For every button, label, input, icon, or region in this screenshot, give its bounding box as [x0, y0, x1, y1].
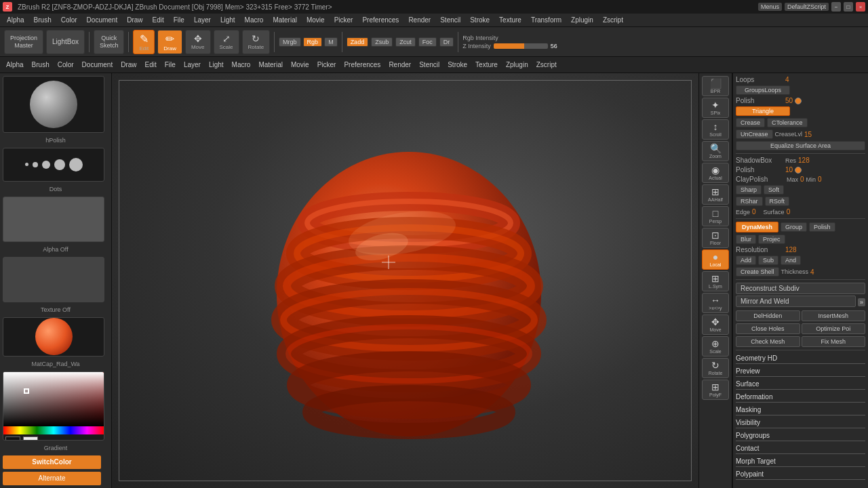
transform-light[interactable]: Light	[207, 61, 226, 68]
scale-strip-btn[interactable]: ⊕ Scale	[702, 336, 729, 357]
deformation-header[interactable]: Deformation	[736, 392, 865, 403]
m-btn[interactable]: M	[324, 37, 338, 47]
menu-texture[interactable]: Texture	[495, 16, 526, 24]
transform-render[interactable]: Render	[387, 61, 413, 68]
menu-zscript[interactable]: Zscript	[599, 16, 627, 24]
persp-btn[interactable]: □ Persp	[702, 206, 729, 226]
menu-transform[interactable]: Transform	[527, 16, 566, 24]
foc-btn[interactable]: Foc	[418, 37, 437, 47]
aahalf-btn[interactable]: ⊞ AAHalf	[702, 184, 729, 205]
group-btn[interactable]: Group	[781, 222, 807, 232]
alternate-btn[interactable]: Alternate	[3, 472, 101, 485]
menu-light[interactable]: Light	[216, 16, 239, 24]
move-btn[interactable]: ✥ Move	[185, 30, 211, 54]
lsym-btn[interactable]: ⊞ L.Sym	[702, 271, 729, 291]
edit-btn[interactable]: ✎ Edit	[133, 30, 155, 54]
bpr-btn[interactable]: ⬛ BPR	[702, 76, 729, 96]
masking-header[interactable]: Masking	[736, 405, 865, 415]
polish-circle[interactable]	[795, 98, 802, 104]
xyz-btn[interactable]: ↔ >x<>y	[702, 293, 729, 313]
brush-preview[interactable]	[3, 76, 104, 133]
uncrease-btn[interactable]: UnCrease	[736, 129, 773, 139]
mrgb-btn[interactable]: Mrgb	[279, 37, 301, 47]
rotate-btn[interactable]: ↻ Rotate	[242, 30, 271, 54]
transform-picker[interactable]: Picker	[315, 61, 338, 68]
menu-preferences[interactable]: Preferences	[358, 16, 403, 24]
menu-stencil[interactable]: Stencil	[436, 16, 465, 24]
actual-btn[interactable]: ◉ Actual	[702, 163, 729, 183]
check-mesh-btn[interactable]: Check Mesh	[736, 336, 800, 347]
create-shell-btn[interactable]: Create Shell	[736, 267, 779, 277]
transform-draw[interactable]: Draw	[119, 61, 138, 68]
preview-header[interactable]: Preview	[736, 366, 865, 377]
add-btn[interactable]: Add	[736, 256, 756, 265]
contact-header[interactable]: Contact	[736, 443, 865, 454]
menu-brush[interactable]: Brush	[30, 16, 56, 24]
transform-zplugin[interactable]: Zplugin	[504, 61, 530, 68]
menu-layer[interactable]: Layer	[190, 16, 215, 24]
transform-stencil[interactable]: Stencil	[417, 61, 441, 68]
ctolerance-btn[interactable]: CTolerance	[767, 118, 808, 127]
surface-header[interactable]: Surface	[736, 379, 865, 390]
transform-color[interactable]: Color	[56, 61, 76, 68]
equalize-btn[interactable]: Equalize Surface Area	[736, 141, 865, 150]
menu-movie[interactable]: Movie	[302, 16, 329, 24]
transform-movie[interactable]: Movie	[289, 61, 311, 68]
transform-layer[interactable]: Layer	[182, 61, 203, 68]
close-holes-btn[interactable]: Close Holes	[736, 323, 800, 334]
spix-btn[interactable]: ✦ SPix	[702, 98, 729, 118]
mirror-val[interactable]: »	[858, 298, 865, 306]
transform-alpha[interactable]: Alpha	[4, 61, 26, 68]
menu-alpha[interactable]: Alpha	[3, 16, 28, 24]
menus-btn[interactable]: Menus	[758, 3, 782, 11]
polish10-circle[interactable]	[795, 167, 802, 174]
triangle-btn[interactable]: Triangle	[736, 106, 790, 116]
local-btn[interactable]: ● Local	[702, 249, 729, 270]
rotate-strip-btn[interactable]: ↻ Rotate	[702, 358, 729, 378]
move-strip-btn[interactable]: ✥ Move	[702, 314, 729, 335]
menu-picker[interactable]: Picker	[330, 16, 357, 24]
fix-mesh-btn[interactable]: Fix Mesh	[802, 336, 866, 347]
zadd-btn[interactable]: Zadd	[347, 37, 369, 47]
canvas-area[interactable]	[112, 73, 698, 488]
color-picker[interactable]	[3, 371, 104, 441]
draw-btn[interactable]: ✏ Draw	[157, 30, 182, 54]
transform-zscript[interactable]: Zscript	[534, 61, 559, 68]
z-intensity-bar[interactable]	[494, 43, 548, 49]
and-btn[interactable]: And	[781, 256, 801, 265]
swatch-black[interactable]	[5, 436, 20, 441]
menu-document[interactable]: Document	[83, 16, 122, 24]
projec-btn[interactable]: Projec	[758, 235, 785, 244]
sharp-btn[interactable]: Sharp	[736, 185, 762, 195]
crease-btn[interactable]: Crease	[736, 118, 765, 127]
projection-master-btn[interactable]: Projection Master	[4, 30, 43, 54]
zsub-btn[interactable]: Zsub	[371, 37, 393, 47]
dr-btn[interactable]: Dr	[439, 37, 454, 47]
menu-file[interactable]: File	[170, 16, 189, 24]
optimize-poi-btn[interactable]: Optimize Poi	[802, 323, 866, 334]
sub-btn[interactable]: Sub	[758, 256, 778, 265]
blur-btn[interactable]: Blur	[736, 235, 756, 244]
rsoft-btn[interactable]: RSoft	[765, 197, 790, 206]
rshar-btn[interactable]: RShar	[736, 197, 763, 206]
transform-stroke[interactable]: Stroke	[446, 61, 469, 68]
dots-preview[interactable]	[3, 148, 104, 182]
menu-stroke[interactable]: Stroke	[466, 16, 494, 24]
polish-d-btn[interactable]: Polish	[809, 222, 835, 232]
menu-material[interactable]: Material	[269, 16, 301, 24]
lightbox-btn[interactable]: LightBox	[46, 30, 85, 54]
zoom-btn[interactable]: 🔍 Zoom	[702, 141, 729, 161]
transform-preferences[interactable]: Preferences	[342, 61, 382, 68]
menu-draw[interactable]: Draw	[123, 16, 146, 24]
groupsloops-btn[interactable]: GroupsLoops	[736, 85, 790, 95]
transform-brush[interactable]: Brush	[30, 61, 52, 68]
default-zscript-btn[interactable]: DefaultZScript	[785, 3, 829, 11]
scroll-btn[interactable]: ↕ Scroll	[702, 119, 729, 140]
transform-macro[interactable]: Macro	[230, 61, 253, 68]
visibility-header[interactable]: Visibility	[736, 418, 865, 428]
switch-color-btn[interactable]: SwitchColor	[3, 455, 101, 469]
transform-edit[interactable]: Edit	[143, 61, 159, 68]
morph-target-header[interactable]: Morph Target	[736, 456, 865, 467]
soft-btn[interactable]: Soft	[764, 185, 784, 195]
matcap-preview[interactable]	[3, 317, 104, 357]
